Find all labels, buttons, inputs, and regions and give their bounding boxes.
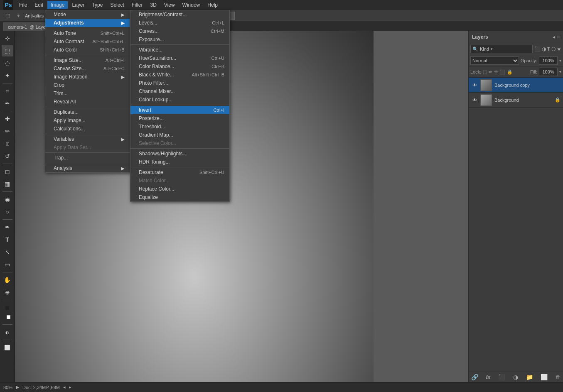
menu-edit[interactable]: Edit — [31, 1, 47, 9]
layer-background-copy[interactable]: 👁 Background copy — [469, 78, 563, 93]
menu-3d[interactable]: 3D — [147, 1, 160, 9]
adj-channel-mixer[interactable]: Channel Mixer... — [130, 87, 229, 96]
menu-select[interactable]: Select — [107, 1, 127, 9]
background-color[interactable]: ■ — [3, 311, 15, 323]
menu-adjustments[interactable]: Adjustments ▶ — [45, 19, 130, 27]
adj-photo-filter[interactable]: Photo Filter... — [130, 79, 229, 87]
link-layers-icon[interactable]: 🔗 — [471, 374, 478, 380]
dodge-tool[interactable]: ○ — [2, 206, 13, 218]
adjustment-icon[interactable]: ◑ — [513, 374, 518, 380]
kind-dropdown-arrow[interactable]: ▾ — [491, 47, 493, 51]
eraser-tool[interactable]: ◻ — [2, 166, 13, 177]
move-tool[interactable]: ⊹ — [2, 32, 13, 44]
lock-paint-icon[interactable]: ✏ — [489, 69, 492, 75]
adj-black-white[interactable]: Black & White... Alt+Shift+Ctrl+B — [130, 71, 229, 79]
filter-pixel-icon[interactable]: ⬛ — [534, 46, 541, 52]
new-layer-icon[interactable]: ⬜ — [541, 374, 548, 380]
brush-tool[interactable]: ✏ — [2, 125, 13, 137]
hand-tool[interactable]: ✋ — [2, 274, 13, 286]
adj-shadows-highlights[interactable]: Shadows/Highlights... — [130, 149, 229, 158]
menu-analysis[interactable]: Analysis ▶ — [45, 164, 130, 172]
adj-invert[interactable]: Invert Ctrl+I — [130, 106, 229, 114]
adj-desaturate[interactable]: Desaturate Shift+Ctrl+U — [130, 168, 229, 176]
menu-view[interactable]: View — [161, 1, 178, 9]
layer-eye-bg-copy[interactable]: 👁 — [471, 82, 478, 88]
shape-tool[interactable]: ▭ — [2, 259, 13, 270]
adj-levels[interactable]: Levels... Ctrl+L — [130, 19, 229, 27]
group-icon[interactable]: 📁 — [526, 374, 533, 380]
menu-canvas-size[interactable]: Canvas Size... Alt+Ctrl+C — [45, 64, 130, 73]
adj-replace-color[interactable]: Replace Color... — [130, 185, 229, 193]
heal-tool[interactable]: ✚ — [2, 113, 13, 125]
mask-icon[interactable]: ⬛ — [498, 374, 505, 380]
adj-color-lookup[interactable]: Color Lookup... — [130, 96, 229, 104]
filter-adjustment-icon[interactable]: ◑ — [542, 46, 546, 52]
layers-menu-icon[interactable]: ≡ — [557, 34, 560, 40]
adj-gradient-map[interactable]: Gradient Map... — [130, 131, 229, 139]
magic-wand-tool[interactable]: ✦ — [2, 70, 13, 81]
adj-hdr-toning[interactable]: HDR Toning... — [130, 158, 229, 166]
menu-file[interactable]: File — [16, 1, 30, 9]
crop-tool[interactable]: ⌗ — [2, 85, 13, 97]
menu-type[interactable]: Type — [89, 1, 106, 9]
opacity-input[interactable] — [539, 56, 558, 65]
fill-input[interactable] — [539, 68, 558, 76]
zoom-tool[interactable]: ⊕ — [2, 287, 13, 298]
lasso-tool[interactable]: ◌ — [2, 57, 13, 69]
blend-mode-select[interactable]: Normal — [470, 56, 519, 65]
lock-position-icon[interactable]: ✛ — [494, 69, 498, 75]
screen-mode-tool[interactable]: ⬜ — [2, 342, 13, 353]
menu-auto-tone[interactable]: Auto Tone Shift+Ctrl+L — [45, 29, 130, 37]
fx-icon[interactable]: fx — [486, 374, 491, 380]
menu-layer[interactable]: Layer — [69, 1, 88, 9]
menu-auto-contrast[interactable]: Auto Contrast Alt+Shift+Ctrl+L — [45, 37, 130, 46]
gradient-tool[interactable]: ▦ — [2, 178, 13, 190]
menu-calculations[interactable]: Calculations... — [45, 125, 130, 133]
adj-threshold[interactable]: Threshold... — [130, 122, 229, 131]
quick-mask-tool[interactable]: ◐ — [2, 326, 13, 338]
history-brush-tool[interactable]: ↺ — [2, 150, 13, 162]
adj-equalize[interactable]: Equalize — [130, 193, 229, 201]
blur-tool[interactable]: ◉ — [2, 194, 13, 205]
menu-reveal-all[interactable]: Reveal All — [45, 98, 130, 106]
menu-variables[interactable]: Variables ▶ — [45, 135, 130, 143]
menu-mode[interactable]: Mode ▶ — [45, 10, 130, 19]
clone-tool[interactable]: ⎅ — [2, 138, 13, 149]
menu-filter[interactable]: Filter — [128, 1, 146, 9]
status-nav-right[interactable]: ▸ — [69, 385, 71, 390]
path-select-tool[interactable]: ↖ — [2, 246, 13, 258]
lock-artboard-icon[interactable]: ⬛ — [499, 69, 505, 75]
menu-trap[interactable]: Trap... — [45, 154, 130, 162]
menu-auto-color[interactable]: Auto Color Shift+Ctrl+B — [45, 46, 130, 54]
menu-window[interactable]: Window — [179, 1, 204, 9]
adj-vibrance[interactable]: Vibrance... — [130, 46, 229, 54]
pen-tool[interactable]: ✒ — [2, 221, 13, 233]
layer-eye-bg[interactable]: 👁 — [471, 97, 478, 103]
adj-exposure[interactable]: Exposure... — [130, 35, 229, 44]
adj-curves[interactable]: Curves... Ctrl+M — [130, 27, 229, 35]
lock-transparency-icon[interactable]: ⬚ — [483, 69, 487, 75]
opacity-arrow[interactable]: ▾ — [559, 59, 561, 63]
status-nav-left[interactable]: ◂ — [63, 385, 66, 390]
marquee-tool[interactable]: ⬚ — [2, 45, 13, 56]
adj-brightness-contrast[interactable]: Brightness/Contrast... — [130, 10, 229, 19]
layer-background[interactable]: 👁 Background 🔒 — [469, 93, 563, 108]
layers-search[interactable]: 🔍 Kind ▾ — [470, 45, 533, 53]
fill-arrow[interactable]: ▾ — [559, 70, 561, 74]
menu-help[interactable]: Help — [204, 1, 221, 9]
filter-smart-icon[interactable]: ★ — [557, 46, 561, 52]
menu-image[interactable]: Image — [47, 1, 68, 9]
menu-image-rotation[interactable]: Image Rotation ▶ — [45, 73, 130, 81]
menu-crop[interactable]: Crop — [45, 81, 130, 89]
filter-shape-icon[interactable]: ⬡ — [551, 46, 556, 52]
menu-apply-image[interactable]: Apply Image... — [45, 116, 130, 125]
lock-all-icon[interactable]: 🔒 — [507, 69, 513, 75]
menu-trim[interactable]: Trim... — [45, 89, 130, 98]
adj-posterize[interactable]: Posterize... — [130, 114, 229, 122]
adj-hue-saturation[interactable]: Hue/Saturation... Ctrl+U — [130, 54, 229, 62]
type-tool[interactable]: T — [2, 234, 13, 245]
layers-collapse-icon[interactable]: ◂ — [553, 34, 555, 40]
delete-layer-icon[interactable]: 🗑 — [556, 374, 561, 380]
menu-duplicate[interactable]: Duplicate... — [45, 108, 130, 116]
adj-color-balance[interactable]: Color Balance... Ctrl+B — [130, 62, 229, 71]
